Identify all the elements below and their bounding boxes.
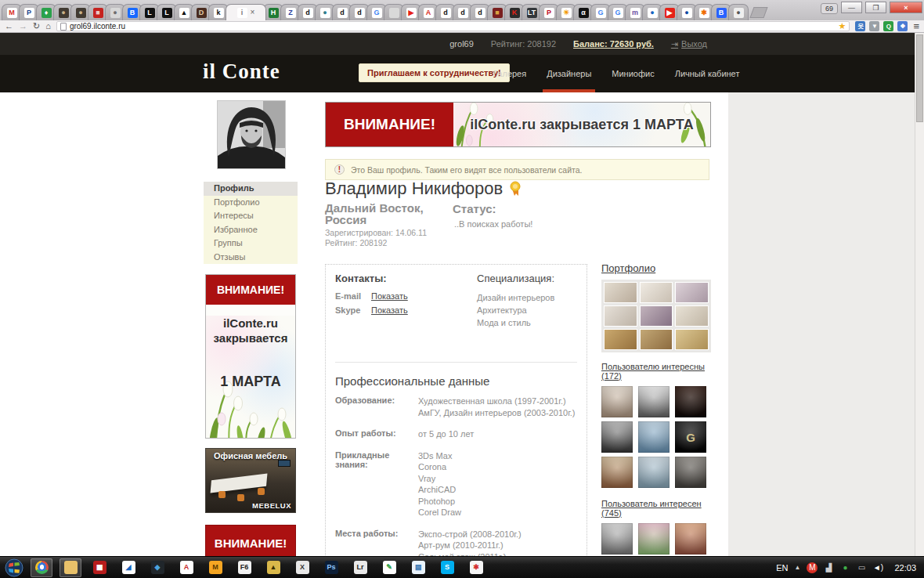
taskbar-app-button[interactable]: F6 bbox=[233, 558, 255, 577]
taskbar-app-button[interactable]: X bbox=[291, 558, 313, 577]
user-avatar[interactable] bbox=[675, 386, 706, 417]
browser-tab[interactable]: ● bbox=[728, 4, 749, 20]
bookmark-star-icon[interactable]: ★ bbox=[839, 22, 846, 31]
taskbar-app-button[interactable] bbox=[60, 558, 81, 577]
mebelux-ad-banner[interactable]: Офисная мебель MEBELUX bbox=[205, 448, 296, 513]
user-avatar[interactable] bbox=[601, 421, 633, 453]
refresh-icon[interactable]: ↻ bbox=[33, 22, 40, 31]
url-text[interactable]: grol69.ilconte.ru bbox=[70, 23, 836, 31]
tab-favicon: L bbox=[145, 8, 155, 18]
taskbar-app-button[interactable]: A bbox=[175, 558, 197, 577]
sidebar-item-Избранное[interactable]: Избранное bbox=[204, 223, 298, 237]
nav-item-Миниофис[interactable]: Миниофис bbox=[612, 55, 654, 92]
contact-show-link[interactable]: Показать bbox=[371, 291, 408, 301]
portfolio-thumbnail[interactable] bbox=[640, 329, 673, 350]
taskbar-app-button[interactable]: ▲ bbox=[262, 558, 284, 577]
tray-icon[interactable]: ◄) bbox=[872, 562, 883, 573]
extension-icon[interactable]: ❖ bbox=[897, 21, 908, 31]
professional-values: Художественная школа (1997-2001г.)АмГУ, … bbox=[418, 396, 576, 418]
tab-favicon: k bbox=[214, 8, 224, 18]
portfolio-thumbnail[interactable] bbox=[604, 305, 637, 327]
tray-icon[interactable]: ▭ bbox=[856, 562, 867, 573]
portfolio-thumbnail[interactable] bbox=[604, 282, 637, 303]
tab-favicon: P bbox=[544, 8, 554, 18]
portfolio-thumbnail[interactable] bbox=[675, 329, 709, 350]
user-avatar[interactable]: G bbox=[675, 421, 706, 453]
home-icon[interactable]: ⌂ bbox=[45, 22, 51, 31]
taskbar-app-button[interactable]: ▤ bbox=[407, 558, 429, 577]
sidebar-item-Группы[interactable]: Группы bbox=[204, 237, 298, 251]
balance-link[interactable]: Баланс: 72630 руб. bbox=[573, 39, 654, 49]
portfolio-thumbnail[interactable] bbox=[675, 282, 709, 303]
back-icon[interactable]: ← bbox=[5, 22, 13, 31]
scrollbar-thumb[interactable] bbox=[916, 34, 923, 122]
app-icon: F6 bbox=[238, 561, 251, 574]
forward-icon[interactable]: → bbox=[19, 22, 27, 31]
user-avatar[interactable] bbox=[638, 421, 670, 453]
system-tray: EN ▲ M▟●▭◄) 22:03 bbox=[776, 562, 924, 573]
tray-icon[interactable]: ● bbox=[839, 562, 850, 573]
close-button[interactable]: × bbox=[890, 2, 922, 13]
url-bar[interactable]: grol69.ilconte.ru ★ bbox=[56, 21, 850, 31]
maximize-button[interactable]: ❐ bbox=[865, 2, 886, 13]
sidebar-attention-banner-2[interactable]: ВНИМАНИЕ! bbox=[205, 525, 296, 556]
taskbar-app-button[interactable]: ◢ bbox=[117, 558, 139, 577]
user-avatar[interactable] bbox=[638, 523, 670, 555]
profile-avatar[interactable] bbox=[217, 100, 286, 169]
taskbar-app-button[interactable]: S bbox=[436, 558, 458, 577]
extension-icon[interactable]: 웃 bbox=[855, 21, 865, 31]
portfolio-thumbnail[interactable] bbox=[675, 305, 709, 327]
interested-link[interactable]: Пользователь интересен (745) bbox=[601, 499, 711, 518]
minimize-button[interactable]: — bbox=[841, 2, 862, 13]
tray-expand-icon[interactable]: ▲ bbox=[795, 564, 801, 571]
sidebar-item-Интересы[interactable]: Интересы bbox=[204, 209, 298, 223]
tray-icon[interactable]: ▟ bbox=[823, 562, 834, 573]
sidebar-item-Портфолио[interactable]: Портфолио bbox=[204, 196, 298, 210]
new-tab-button[interactable] bbox=[749, 7, 767, 18]
portfolio-thumbnail[interactable] bbox=[604, 329, 637, 350]
taskbar-app-button[interactable]: M bbox=[204, 558, 226, 577]
start-button[interactable] bbox=[5, 558, 23, 577]
cooperation-button[interactable]: Приглашаем к сотрудничеству! bbox=[359, 63, 510, 82]
user-avatar[interactable] bbox=[601, 523, 633, 555]
portfolio-thumbnail[interactable] bbox=[640, 282, 673, 303]
taskbar-app-button[interactable]: ✎ bbox=[378, 558, 400, 577]
taskbar-app-button[interactable]: Ps bbox=[320, 558, 342, 577]
active-tab[interactable]: i × bbox=[226, 4, 266, 20]
nav-item-Дизайнеры[interactable]: Дизайнеры bbox=[547, 55, 591, 92]
page-scrollbar[interactable] bbox=[915, 33, 924, 556]
browser-menu-icon[interactable]: ≡ bbox=[913, 21, 919, 31]
closing-banner[interactable]: ВНИМАНИЕ! ilConte.ru закрывается 1 МАРТА bbox=[325, 102, 711, 147]
taskbar-app-button[interactable]: ✱ bbox=[465, 558, 487, 577]
portfolio-link[interactable]: Портфолио bbox=[601, 262, 655, 274]
user-avatar[interactable] bbox=[638, 386, 670, 417]
tabs-after: HZd●ddG▶Addd■KLTP☀αGGm●▶●✱В● bbox=[263, 4, 745, 20]
taskbar-app-button[interactable]: Lr bbox=[349, 558, 371, 577]
extension-icon[interactable]: Q bbox=[883, 21, 893, 31]
nav-item-Личный кабинет[interactable]: Личный кабинет bbox=[675, 55, 740, 92]
tab-close-icon[interactable]: × bbox=[251, 9, 255, 16]
nav-item-Галерея[interactable]: Галерея bbox=[493, 55, 526, 92]
contact-show-link[interactable]: Показать bbox=[371, 305, 408, 315]
taskbar-app-button[interactable] bbox=[31, 558, 52, 577]
sidebar-item-Отзывы[interactable]: Отзывы bbox=[204, 251, 298, 265]
user-avatar[interactable] bbox=[638, 457, 670, 488]
tray-icon[interactable]: M bbox=[807, 562, 818, 573]
sidebar-attention-banner[interactable]: ВНИМАНИЕ! ilConte.ruзакрывается 1 МАРТА bbox=[205, 274, 296, 439]
taskbar-app-button[interactable]: ◆ bbox=[146, 558, 168, 577]
taskbar-app-button[interactable]: ▦ bbox=[88, 558, 110, 577]
tab-favicon: ● bbox=[734, 8, 744, 18]
user-avatar[interactable] bbox=[601, 457, 633, 488]
user-avatar[interactable] bbox=[601, 386, 633, 417]
language-indicator[interactable]: EN bbox=[776, 563, 788, 573]
interests-link[interactable]: Пользователю интересны (172) bbox=[601, 362, 711, 381]
username[interactable]: grol69 bbox=[449, 39, 474, 49]
sidebar-item-Профиль[interactable]: Профиль bbox=[204, 182, 298, 196]
user-avatar[interactable] bbox=[675, 523, 706, 555]
site-logo[interactable]: il Conte bbox=[203, 60, 280, 84]
extension-icon[interactable]: ▼ bbox=[869, 21, 879, 31]
logout-link[interactable]: ⇥Выход bbox=[671, 39, 707, 49]
tab-count-badge[interactable]: 69 bbox=[821, 3, 838, 14]
portfolio-thumbnail[interactable] bbox=[640, 305, 673, 327]
user-avatar[interactable] bbox=[675, 457, 706, 488]
